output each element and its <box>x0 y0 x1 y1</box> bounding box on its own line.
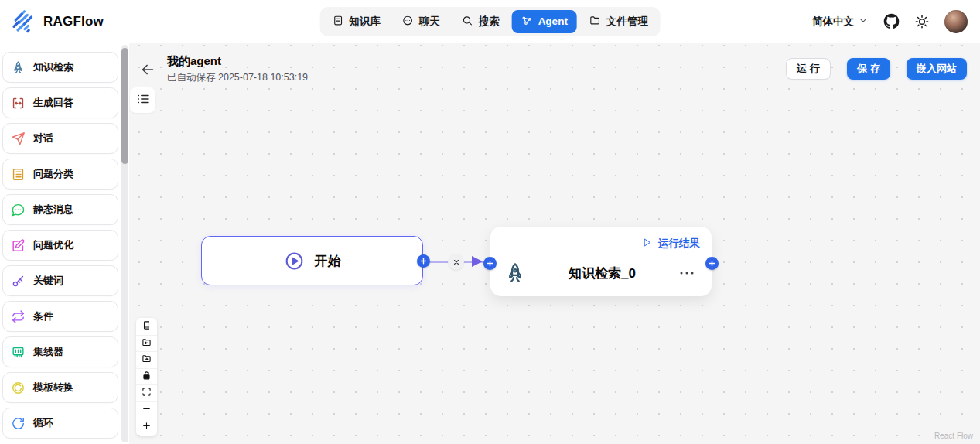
brackets-icon <box>11 96 26 111</box>
node-retrieval[interactable]: 运行结果 知识检索_0 <box>490 227 712 296</box>
play-circle-icon <box>284 251 305 272</box>
edge-delete-button[interactable] <box>448 254 464 270</box>
palette-item-label: 知识检索 <box>33 60 73 74</box>
palette-list: 知识检索生成回答对话问题分类静态消息问题优化关键词条件集线器模板转换循环 <box>0 43 129 439</box>
palette-item-loop[interactable]: 循环 <box>2 408 118 439</box>
tab-label: 文件管理 <box>606 15 648 29</box>
palette-item-dialogue[interactable]: 对话 <box>2 123 118 154</box>
palette-item-question-classify[interactable]: 问题分类 <box>2 159 118 190</box>
control-notebook-button[interactable] <box>136 319 157 336</box>
reactflow-attribution: React Flow <box>934 432 973 440</box>
canvas-controls <box>136 318 157 436</box>
agent-icon <box>521 15 533 29</box>
tab-file-management[interactable]: 文件管理 <box>580 10 657 33</box>
repeat-icon <box>11 309 26 324</box>
message-dots-icon <box>11 203 26 217</box>
run-button[interactable]: 运行 <box>786 58 831 80</box>
palette-item-template-convert[interactable]: 模板转换 <box>2 372 118 403</box>
top-bar: RAGFlow 知识库聊天搜索Agent文件管理 简体中文 <box>0 0 980 43</box>
knowledge-base-icon <box>332 15 343 29</box>
sidebar-scrollbar-track[interactable] <box>121 45 128 442</box>
palette-item-label: 生成回答 <box>33 96 73 110</box>
back-button[interactable] <box>139 61 156 78</box>
notebook-icon <box>142 319 152 333</box>
theme-toggle-icon[interactable] <box>914 14 930 29</box>
language-label: 简体中文 <box>812 15 854 29</box>
chevron-down-icon <box>858 15 869 28</box>
folder-icon <box>589 15 601 29</box>
flow-actions: 运行 保存 嵌入网站 <box>786 58 967 80</box>
run-result-link[interactable]: 运行结果 <box>642 237 700 251</box>
tab-chat[interactable]: 聊天 <box>393 10 449 33</box>
start-source-handle[interactable] <box>417 254 430 268</box>
control-zoom-out-button[interactable] <box>136 402 157 419</box>
header-right: 简体中文 <box>812 10 980 33</box>
tab-label: 搜索 <box>479 15 500 29</box>
autosave-status: 已自动保存 2025-07-18 10:53:19 <box>167 71 308 84</box>
classify-icon <box>11 167 26 182</box>
palette-item-label: 对话 <box>33 131 53 145</box>
chat-icon <box>402 15 414 29</box>
node-palette-sidebar: 知识检索生成回答对话问题分类静态消息问题优化关键词条件集线器模板转换循环 <box>0 43 129 444</box>
search-icon <box>462 15 473 29</box>
flow-canvas[interactable]: 我的agent 已自动保存 2025-07-18 10:53:19 运行 保存 … <box>129 43 980 444</box>
palette-item-hub[interactable]: 集线器 <box>2 336 118 367</box>
loop-icon <box>11 416 26 431</box>
palette-item-question-refine[interactable]: 问题优化 <box>2 230 118 261</box>
rocket-icon <box>11 60 26 75</box>
palette-item-label: 问题优化 <box>33 238 73 252</box>
send-icon <box>11 131 26 146</box>
palette-item-label: 循环 <box>33 416 53 430</box>
ragflow-app: RAGFlow 知识库聊天搜索Agent文件管理 简体中文 知识检索生成回答对话… <box>0 0 980 444</box>
circle-icon <box>11 381 26 395</box>
embed-website-button[interactable]: 嵌入网站 <box>907 58 967 80</box>
brand-name: RAGFlow <box>43 14 104 29</box>
palette-item-static-message[interactable]: 静态消息 <box>2 194 118 225</box>
run-result-label: 运行结果 <box>658 237 700 251</box>
rocket-icon <box>504 261 527 285</box>
edge-arrowhead <box>472 256 483 267</box>
github-icon[interactable] <box>883 13 900 29</box>
edit-icon <box>11 238 26 253</box>
ragflow-logo-icon <box>11 9 36 34</box>
node-start[interactable]: 开始 <box>201 236 423 285</box>
lock-icon <box>142 370 152 384</box>
control-fit-view-button[interactable] <box>136 385 157 402</box>
hub-icon <box>11 345 26 360</box>
list-icon <box>136 92 150 109</box>
tab-knowledge-base[interactable]: 知识库 <box>323 10 390 33</box>
palette-item-keyword[interactable]: 关键词 <box>2 265 118 296</box>
folder-export-icon <box>142 353 152 367</box>
retrieval-source-handle[interactable] <box>705 257 719 270</box>
palette-item-label: 关键词 <box>33 274 63 288</box>
version-list-button[interactable] <box>130 87 155 113</box>
language-selector[interactable]: 简体中文 <box>812 15 869 29</box>
palette-item-label: 条件 <box>33 309 53 323</box>
control-folder-export-button[interactable] <box>136 352 157 369</box>
retrieval-target-handle[interactable] <box>483 257 497 270</box>
play-outline-icon <box>642 237 652 250</box>
brand[interactable]: RAGFlow <box>0 9 104 34</box>
palette-item-condition[interactable]: 条件 <box>2 301 118 332</box>
palette-item-label: 集线器 <box>33 345 63 359</box>
tab-label: Agent <box>538 15 568 27</box>
user-avatar[interactable] <box>944 10 968 33</box>
key-icon <box>11 274 26 289</box>
tab-label: 知识库 <box>349 15 381 29</box>
sidebar-scrollbar-thumb[interactable] <box>121 48 128 164</box>
control-folder-import-button[interactable] <box>136 336 157 353</box>
tab-agent[interactable]: Agent <box>512 10 577 33</box>
control-zoom-in-button[interactable] <box>136 418 157 435</box>
tab-label: 聊天 <box>419 15 440 29</box>
zoom-in-icon <box>142 420 152 434</box>
palette-item-label: 问题分类 <box>33 167 73 181</box>
retrieval-row: 知识检索_0 <box>490 258 712 289</box>
control-lock-button[interactable] <box>136 369 157 386</box>
more-menu-icon[interactable] <box>678 264 696 282</box>
palette-item-generate-answer[interactable]: 生成回答 <box>2 87 118 118</box>
palette-item-retrieval[interactable]: 知识检索 <box>2 52 118 83</box>
tab-search[interactable]: 搜索 <box>452 10 509 33</box>
palette-item-label: 静态消息 <box>33 203 73 217</box>
fit-view-icon <box>142 386 152 400</box>
save-button[interactable]: 保存 <box>847 58 890 80</box>
